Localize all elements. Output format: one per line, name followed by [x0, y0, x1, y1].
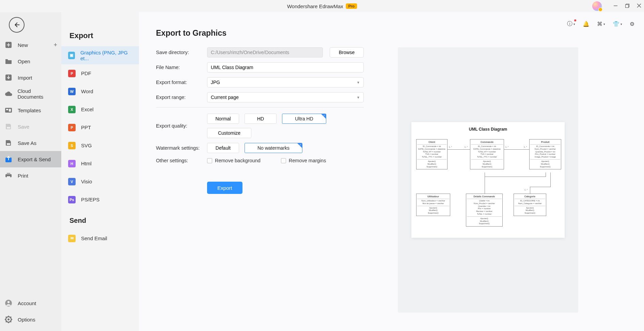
connector	[530, 187, 530, 194]
nav-export-send[interactable]: Export & Send	[0, 151, 61, 167]
format-label: Html	[81, 161, 92, 166]
divider	[156, 107, 364, 107]
nav-save-as[interactable]: Save As	[0, 135, 61, 151]
gear-icon	[4, 315, 13, 324]
preview-document: UML Class Diagram ClientID_Commande = in…	[411, 122, 565, 238]
save-icon	[4, 122, 13, 131]
format-label: PS/EPS	[81, 197, 99, 202]
nav-label: New	[18, 42, 28, 48]
quality-hd[interactable]: HD	[245, 114, 277, 124]
titlebar: Wondershare EdrawMax Pro	[0, 0, 644, 12]
export-format-select[interactable]: JPG▼	[207, 77, 364, 87]
file-name-input[interactable]	[207, 62, 364, 72]
user-avatar[interactable]	[592, 1, 602, 11]
print-icon	[4, 171, 13, 180]
connector	[485, 172, 485, 194]
quality-customize[interactable]: Customize	[207, 128, 251, 138]
help-icon: ⓘ	[567, 20, 572, 28]
svg-rect-10	[9, 109, 11, 112]
nav-account[interactable]: Account	[0, 295, 61, 311]
help-button[interactable]: ⓘ▾	[567, 20, 575, 28]
nav-save: Save	[0, 118, 61, 135]
format-visio[interactable]: VVisio	[61, 172, 139, 191]
browse-button[interactable]: Browse	[330, 47, 364, 57]
export-heading: Export	[61, 31, 139, 46]
format-ppt[interactable]: PPPT	[61, 118, 139, 136]
remove-background-checkbox[interactable]: Remove background	[207, 158, 261, 163]
send-email[interactable]: ✉Send Email	[61, 229, 139, 247]
check-corner-icon	[321, 114, 326, 119]
watermark-none[interactable]: No watermarks	[245, 143, 302, 153]
nav-label: Save As	[18, 140, 36, 146]
uml-produit: ProduitID_Commande = int Nom_Produit = v…	[529, 139, 561, 169]
watermark-default[interactable]: Default	[207, 143, 239, 153]
nav-open[interactable]: Open	[0, 53, 61, 69]
svg-icon: S	[68, 142, 76, 149]
export-range-select[interactable]: Current page▼	[207, 92, 364, 102]
close-icon[interactable]	[637, 3, 641, 9]
send-heading: Send	[61, 209, 139, 229]
format-label: SVG	[81, 143, 92, 148]
account-icon	[4, 299, 13, 308]
settings-icon[interactable]: ⚙	[630, 21, 634, 27]
checkbox-icon	[281, 158, 286, 163]
nav-import[interactable]: Import	[0, 69, 61, 86]
connector	[550, 172, 551, 187]
remove-margins-checkbox[interactable]: Remove margins	[281, 158, 326, 163]
maximize-icon[interactable]	[625, 3, 629, 9]
nav-label: Cloud Documents	[17, 88, 57, 100]
save-dir-label: Save directory:	[156, 50, 207, 55]
shirt-button[interactable]: 👕▾	[613, 21, 622, 27]
format-html[interactable]: HHtml	[61, 154, 139, 172]
cardinality: 1..*	[524, 146, 527, 148]
minimize-icon[interactable]	[613, 3, 618, 9]
check-corner-icon	[297, 143, 302, 148]
nav-options[interactable]: Options	[0, 311, 61, 328]
page-title: Export to Graphics	[156, 29, 627, 38]
chevron-down-icon: ▼	[357, 81, 360, 84]
nav-rail: New + Open Import Cloud Documents Templa…	[0, 12, 61, 331]
nav-label: Account	[18, 300, 36, 306]
nav-label: Options	[18, 317, 35, 322]
nav-label: Templates	[18, 107, 41, 113]
grid-icon: ⌘	[597, 21, 602, 27]
format-ps-eps[interactable]: PsPS/EPS	[61, 191, 139, 209]
templates-icon	[4, 106, 13, 115]
email-icon: ✉	[68, 235, 76, 242]
save-dir-input[interactable]	[207, 47, 323, 57]
connector	[530, 187, 550, 187]
format-word[interactable]: WWord	[61, 82, 139, 100]
shortcuts-button[interactable]: ⌘▾	[597, 21, 605, 27]
shirt-icon: 👕	[613, 21, 619, 27]
format-svg[interactable]: SSVG	[61, 136, 139, 154]
checkbox-icon	[207, 158, 212, 163]
pro-badge: Pro	[346, 3, 357, 9]
app-title: Wondershare EdrawMax	[287, 3, 343, 9]
uml-client: ClientID_Commande = int DATE_Commande = …	[416, 139, 447, 169]
connector	[485, 177, 546, 177]
format-label: Excel	[81, 106, 94, 112]
export-button[interactable]: Export	[207, 182, 242, 194]
nav-cloud-documents[interactable]: Cloud Documents	[0, 86, 61, 102]
format-label: Visio	[81, 179, 92, 184]
nav-new[interactable]: New +	[0, 37, 61, 53]
nav-print[interactable]: Print	[0, 167, 61, 184]
add-icon[interactable]: +	[53, 42, 57, 49]
html-icon: H	[68, 160, 76, 167]
bell-icon[interactable]: 🔔	[583, 21, 590, 27]
format-excel[interactable]: XExcel	[61, 100, 139, 118]
quality-ultra-hd[interactable]: Ultra HD	[282, 114, 326, 124]
visio-icon: V	[68, 178, 76, 185]
format-pdf[interactable]: PPDF	[61, 64, 139, 82]
uml-utilisateur: UtilisateurNom_Utilisateur = varchar Mot…	[416, 194, 450, 216]
format-graphics[interactable]: ▣Graphics (PNG, JPG et...	[61, 46, 139, 64]
back-button[interactable]	[9, 17, 25, 33]
connector	[504, 149, 529, 150]
svg-line-27	[6, 321, 7, 322]
nav-templates[interactable]: Templates	[0, 102, 61, 118]
svg-rect-2	[626, 5, 629, 8]
nav-label: Open	[18, 59, 30, 64]
quality-normal[interactable]: Normal	[207, 114, 239, 124]
save-as-icon	[4, 138, 13, 147]
chevron-down-icon: ▾	[603, 22, 605, 26]
